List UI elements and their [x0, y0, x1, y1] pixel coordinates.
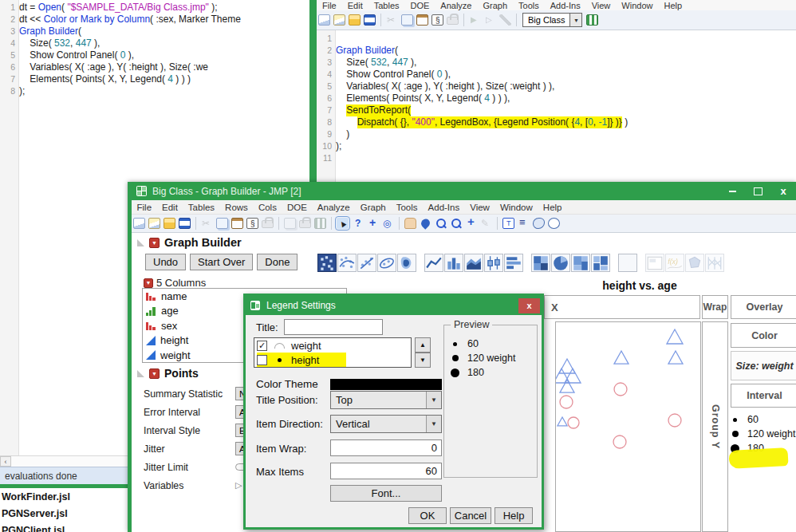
- columns-menu-icon[interactable]: ▼: [144, 278, 153, 288]
- lasso-icon[interactable]: [533, 218, 545, 229]
- code-line[interactable]: 6 Elements( Points( X, Y, Legend( 4 ) ) …: [317, 93, 796, 104]
- ellipse-chart-icon[interactable]: [377, 254, 396, 272]
- menu-help[interactable]: Help: [658, 1, 688, 10]
- code-line[interactable]: 7 SendToReport(: [317, 104, 796, 116]
- menu-graph[interactable]: Graph: [355, 203, 391, 212]
- mosaic-chart-icon[interactable]: [591, 254, 610, 272]
- code-line[interactable]: 9 ): [317, 128, 796, 140]
- move-up-button[interactable]: ▲: [415, 337, 431, 353]
- right-script-editor[interactable]: FileEditTablesDOEAnalyzeGraphToolsAdd-In…: [317, 0, 796, 182]
- menu-graph[interactable]: Graph: [477, 1, 513, 10]
- interval-zone[interactable]: Interval: [731, 384, 796, 408]
- wrench-icon[interactable]: [499, 14, 511, 26]
- line-of-fit-chart-icon[interactable]: [357, 254, 376, 272]
- code-line[interactable]: 6 Variables( X( :age ), Y( :height ), Si…: [0, 61, 309, 73]
- paste-icon[interactable]: [416, 14, 428, 26]
- box-plot-chart-icon[interactable]: [484, 254, 503, 272]
- done-button[interactable]: Done: [257, 254, 298, 270]
- code-line[interactable]: 8);: [0, 85, 309, 97]
- data-table-selector[interactable]: Big Class ▼: [522, 13, 582, 27]
- menu-analyze[interactable]: Analyze: [312, 203, 355, 212]
- legend-items-listbox[interactable]: ✓weightheight: [254, 337, 412, 368]
- line-chart-icon[interactable]: [424, 254, 443, 272]
- size-zone[interactable]: Size: weight: [731, 351, 796, 380]
- open-icon[interactable]: [164, 218, 175, 229]
- lines-icon[interactable]: [518, 218, 530, 229]
- color-theme-swatch[interactable]: [330, 379, 442, 390]
- triangle-marker[interactable]: [558, 417, 567, 426]
- menu-window[interactable]: Window: [495, 203, 538, 212]
- menu-addins[interactable]: Add-Ins: [545, 1, 586, 10]
- overlay-zone[interactable]: Overlay: [731, 295, 796, 319]
- move-down-button[interactable]: ▼: [415, 353, 431, 368]
- menu-addins[interactable]: Add-Ins: [423, 203, 465, 212]
- menu-cols[interactable]: Cols: [253, 203, 282, 212]
- max-items-input[interactable]: 60: [330, 463, 442, 479]
- font-button[interactable]: Font...: [330, 485, 442, 502]
- new-script-icon[interactable]: [133, 218, 145, 229]
- menu-view[interactable]: View: [586, 1, 617, 10]
- dialog-close-icon[interactable]: x: [518, 298, 540, 313]
- triangle-marker[interactable]: [559, 359, 575, 373]
- menu-view[interactable]: View: [465, 203, 495, 212]
- menu-analyze[interactable]: Analyze: [435, 1, 477, 10]
- new-script-icon[interactable]: [318, 14, 330, 26]
- menu-tools[interactable]: Tools: [513, 1, 545, 10]
- dialog-title-bar[interactable]: Legend Settings x: [246, 296, 542, 315]
- bar-chart-icon[interactable]: [444, 254, 463, 272]
- group-y-zone[interactable]: Group Y: [702, 321, 728, 532]
- save-icon[interactable]: [364, 14, 376, 26]
- item-direction-select[interactable]: Vertical ▼: [330, 415, 442, 433]
- color-zone[interactable]: Color: [731, 323, 796, 348]
- close-button[interactable]: x: [770, 182, 796, 200]
- run-icon[interactable]: [469, 14, 481, 26]
- circle-marker[interactable]: [568, 417, 579, 428]
- code-line[interactable]: 11: [317, 152, 796, 164]
- x-zone[interactable]: X: [544, 295, 700, 319]
- mag-icon[interactable]: [435, 218, 447, 229]
- legend-title-input[interactable]: [284, 319, 383, 335]
- cut-icon[interactable]: [201, 218, 213, 229]
- title-position-select[interactable]: Top ▼: [330, 391, 442, 409]
- checkbox[interactable]: ✓: [257, 341, 267, 351]
- lock-icon[interactable]: [299, 220, 311, 228]
- menu-help[interactable]: Help: [538, 203, 567, 212]
- code-line[interactable]: 8 Dispatch( {}, "400", LegendBox, {Legen…: [317, 116, 796, 128]
- menu-tables[interactable]: Tables: [183, 203, 219, 212]
- help-button[interactable]: Help: [495, 507, 533, 524]
- scatter-chart-icon[interactable]: [317, 254, 337, 272]
- cancel-button[interactable]: Cancel: [450, 507, 491, 524]
- table-icon[interactable]: [586, 14, 598, 26]
- points-menu-icon[interactable]: ▼: [149, 368, 160, 379]
- heatmap-chart-icon[interactable]: [531, 254, 550, 272]
- open-icon[interactable]: [349, 14, 361, 26]
- code-line[interactable]: 3 Size( 532, 447 ),: [317, 57, 796, 69]
- ok-button[interactable]: OK: [408, 507, 447, 524]
- plus-icon[interactable]: [465, 218, 477, 229]
- menu-rows[interactable]: Rows: [220, 203, 254, 212]
- triangle-marker[interactable]: [560, 380, 574, 392]
- code-line[interactable]: 3Graph Builder(: [0, 26, 309, 37]
- cursor-icon[interactable]: [337, 218, 349, 229]
- menu-edit[interactable]: Edit: [157, 203, 183, 212]
- copy-icon[interactable]: [401, 14, 413, 26]
- triangle-marker[interactable]: [614, 351, 629, 364]
- move-icon[interactable]: [367, 218, 379, 229]
- menu-edit[interactable]: Edit: [342, 1, 368, 10]
- disclosure-triangle-icon[interactable]: [137, 370, 144, 377]
- area-chart-icon[interactable]: [464, 254, 483, 272]
- map-shapes-chart-icon[interactable]: [685, 254, 704, 272]
- menu-file[interactable]: File: [132, 203, 157, 212]
- copy-icon[interactable]: [284, 218, 296, 229]
- code-line[interactable]: 2Graph Builder(: [317, 45, 796, 57]
- oval-icon[interactable]: [548, 218, 560, 229]
- histogram-chart-icon[interactable]: [504, 254, 523, 272]
- lock-icon[interactable]: [262, 220, 274, 228]
- treemap-chart-icon[interactable]: [571, 254, 590, 272]
- step-icon[interactable]: [484, 14, 496, 26]
- menu-tables[interactable]: Tables: [368, 1, 405, 10]
- checkbox[interactable]: [257, 355, 267, 365]
- code-line[interactable]: 4 Show Control Panel( 0 ),: [317, 69, 796, 81]
- chevron-down-icon[interactable]: ▼: [426, 392, 441, 408]
- save-icon[interactable]: [179, 218, 191, 229]
